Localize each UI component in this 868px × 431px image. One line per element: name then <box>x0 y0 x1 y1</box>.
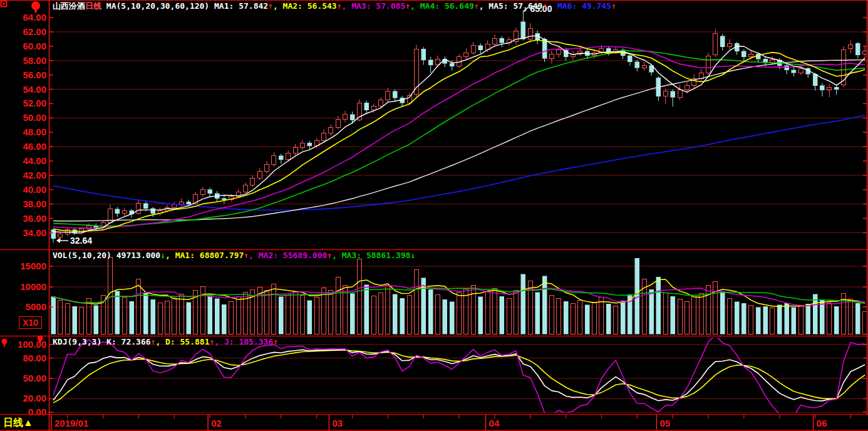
month-label: 03 <box>332 418 343 428</box>
chart-canvas[interactable]: 64.0062.0060.0058.0056.0054.0052.0050.00… <box>0 0 868 431</box>
svg-text:34.00: 34.00 <box>23 227 46 238</box>
svg-text:5000: 5000 <box>26 301 46 312</box>
svg-text:44.00: 44.00 <box>23 155 46 166</box>
kdj-k-line <box>53 350 865 401</box>
svg-text:38.00: 38.00 <box>23 199 46 209</box>
month-label: 02 <box>211 418 222 428</box>
svg-text:50.00: 50.00 <box>23 373 46 383</box>
svg-text:46.00: 46.00 <box>23 141 46 152</box>
svg-text:15000: 15000 <box>20 261 46 271</box>
high-annotation: 65.00 <box>530 4 552 14</box>
month-label: 05 <box>659 418 670 428</box>
svg-text:20.00: 20.00 <box>23 393 46 403</box>
svg-text:64.00: 64.00 <box>23 12 46 23</box>
ma5-line <box>53 36 865 233</box>
svg-text:100.00: 100.00 <box>18 339 46 350</box>
svg-text:80.00: 80.00 <box>23 353 46 363</box>
kdj-lines-layer <box>53 335 865 416</box>
axis-labels-layer: 64.0062.0060.0058.0056.0054.0052.0050.00… <box>18 12 867 417</box>
month-label: 06 <box>817 418 827 428</box>
svg-text:60.00: 60.00 <box>23 41 46 51</box>
svg-text:56.00: 56.00 <box>23 70 46 80</box>
stock-app-window: 64.0062.0060.0058.0056.0054.0052.0050.00… <box>0 0 868 431</box>
svg-text:42.00: 42.00 <box>23 170 46 180</box>
pin-icon-kdj-left[interactable] <box>2 339 8 348</box>
low-annotation: 32.64 <box>70 236 92 246</box>
month-label: 04 <box>489 418 500 428</box>
svg-text:58.00: 58.00 <box>23 55 46 66</box>
svg-text:54.00: 54.00 <box>23 84 46 95</box>
period-selector[interactable]: 日线▲ <box>3 417 33 430</box>
volume-multiplier-badge: X10 <box>19 316 42 329</box>
ma60-line <box>53 60 865 221</box>
corner-mark-icon[interactable] <box>1 1 7 7</box>
ma30-line <box>53 50 865 226</box>
svg-text:50.00: 50.00 <box>23 112 46 123</box>
svg-text:10000: 10000 <box>20 281 46 292</box>
svg-text:48.00: 48.00 <box>23 127 46 137</box>
svg-text:0.00: 0.00 <box>28 407 46 417</box>
svg-text:62.00: 62.00 <box>23 26 46 37</box>
svg-text:52.00: 52.00 <box>23 98 46 108</box>
svg-text:36.00: 36.00 <box>23 213 46 224</box>
kdj-j-line <box>53 335 865 416</box>
time-axis-layer: 2019/010203040506 <box>51 415 850 430</box>
candles-layer <box>51 11 867 243</box>
period-selector-label[interactable]: 日线 <box>3 417 23 428</box>
period-up-arrow-icon[interactable]: ▲ <box>23 417 33 428</box>
svg-text:40.00: 40.00 <box>23 184 46 195</box>
month-label: 2019/01 <box>54 418 88 428</box>
